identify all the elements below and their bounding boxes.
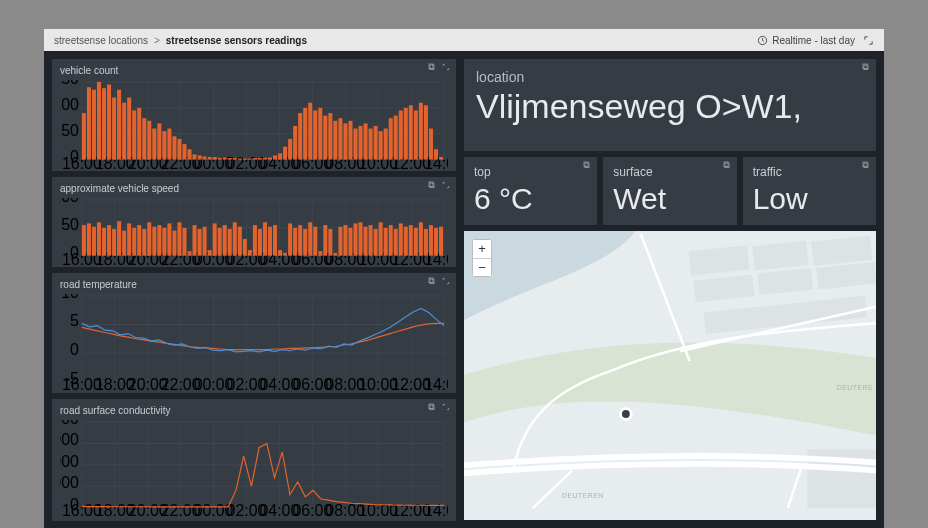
svg-rect-158 bbox=[177, 222, 181, 255]
svg-rect-189 bbox=[333, 253, 337, 256]
map-zoom-controls: + − bbox=[472, 239, 492, 277]
svg-rect-69 bbox=[253, 158, 257, 160]
map-zoom-out-button[interactable]: − bbox=[473, 258, 491, 276]
chart-vehicle-speed[interactable]: 05010016:0018:0020:0022:0000:0002:0004:0… bbox=[60, 198, 448, 266]
chart-road-temp[interactable]: -5051016:0018:0020:0022:0000:0002:0004:0… bbox=[60, 294, 448, 391]
svg-rect-171 bbox=[243, 239, 247, 256]
panel-map[interactable]: + − bbox=[464, 231, 876, 521]
svg-rect-73 bbox=[273, 155, 277, 159]
svg-rect-64 bbox=[228, 158, 232, 160]
svg-rect-149 bbox=[132, 228, 136, 256]
expand-icon[interactable] bbox=[442, 403, 450, 411]
svg-rect-188 bbox=[328, 229, 332, 256]
panel-conductivity: road surface conductivity 01000020000300… bbox=[52, 399, 456, 521]
svg-rect-90 bbox=[359, 126, 363, 160]
svg-rect-152 bbox=[147, 222, 151, 255]
panel-title: approximate vehicle speed bbox=[60, 183, 448, 194]
map-zoom-in-button[interactable]: + bbox=[473, 240, 491, 258]
app-window: streetsense locations > streetsense sens… bbox=[44, 29, 884, 528]
chart-vehicle-count[interactable]: 05010015016:0018:0020:0022:0000:0002:000… bbox=[60, 80, 448, 170]
expand-icon[interactable] bbox=[442, 181, 450, 189]
svg-rect-74 bbox=[278, 153, 282, 159]
map-label-deuteren: DEUTEREN bbox=[562, 492, 604, 499]
svg-rect-206 bbox=[419, 222, 423, 255]
svg-rect-55 bbox=[182, 144, 186, 160]
svg-rect-50 bbox=[157, 123, 161, 159]
svg-text:150: 150 bbox=[60, 80, 79, 87]
copy-icon[interactable] bbox=[723, 161, 731, 169]
copy-icon[interactable] bbox=[862, 161, 870, 169]
svg-rect-79 bbox=[303, 108, 307, 160]
copy-icon[interactable] bbox=[428, 277, 436, 285]
svg-rect-197 bbox=[374, 229, 378, 256]
svg-text:20000: 20000 bbox=[60, 453, 79, 470]
panel-surface: surface Wet bbox=[603, 157, 736, 225]
chart-conductivity[interactable]: 01000020000300004000016:0018:0020:0022:0… bbox=[60, 420, 448, 517]
svg-text:50: 50 bbox=[61, 122, 79, 139]
svg-text:0: 0 bbox=[70, 341, 79, 358]
panel-top: top 6 °C bbox=[464, 157, 597, 225]
top-bar: streetsense locations > streetsense sens… bbox=[44, 29, 884, 51]
svg-rect-210 bbox=[439, 227, 443, 256]
svg-rect-155 bbox=[162, 228, 166, 256]
svg-rect-178 bbox=[278, 250, 282, 256]
svg-rect-76 bbox=[288, 139, 292, 160]
svg-rect-87 bbox=[343, 123, 347, 159]
svg-text:30000: 30000 bbox=[60, 431, 79, 448]
svg-rect-49 bbox=[152, 129, 156, 160]
svg-text:100: 100 bbox=[60, 198, 79, 205]
svg-rect-200 bbox=[389, 225, 393, 256]
svg-rect-179 bbox=[283, 253, 287, 256]
svg-rect-86 bbox=[338, 118, 342, 159]
right-column: location Vlijmenseweg O>W1, top 6 °C sur… bbox=[464, 59, 876, 520]
svg-rect-150 bbox=[137, 225, 141, 256]
copy-icon[interactable] bbox=[428, 403, 436, 411]
copy-icon[interactable] bbox=[428, 63, 436, 71]
svg-rect-66 bbox=[238, 159, 242, 160]
panel-title: top bbox=[474, 165, 587, 179]
svg-rect-192 bbox=[348, 228, 352, 256]
svg-rect-100 bbox=[409, 105, 413, 159]
svg-rect-181 bbox=[293, 228, 297, 256]
copy-icon[interactable] bbox=[583, 161, 591, 169]
panel-title: vehicle count bbox=[60, 65, 448, 76]
svg-rect-56 bbox=[188, 149, 192, 159]
svg-rect-209 bbox=[434, 228, 438, 256]
svg-rect-139 bbox=[82, 225, 86, 256]
svg-rect-191 bbox=[343, 225, 347, 256]
svg-rect-175 bbox=[263, 222, 267, 255]
svg-rect-68 bbox=[248, 159, 252, 160]
svg-rect-44 bbox=[127, 98, 131, 160]
expand-icon[interactable] bbox=[442, 63, 450, 71]
map-canvas[interactable]: DEUTEREN DEUTERE bbox=[464, 231, 876, 521]
panel-vehicle-speed: approximate vehicle speed 05010016:0018:… bbox=[52, 177, 456, 267]
realtime-indicator[interactable]: Realtime - last day bbox=[757, 35, 855, 46]
breadcrumb-root[interactable]: streetsense locations bbox=[54, 35, 148, 46]
svg-rect-93 bbox=[374, 126, 378, 160]
svg-rect-151 bbox=[142, 229, 146, 256]
expand-icon[interactable] bbox=[863, 35, 874, 46]
svg-rect-144 bbox=[107, 225, 111, 256]
expand-icon[interactable] bbox=[442, 277, 450, 285]
svg-rect-187 bbox=[323, 225, 327, 256]
svg-rect-101 bbox=[414, 110, 418, 159]
svg-rect-80 bbox=[308, 103, 312, 160]
svg-rect-154 bbox=[157, 225, 161, 256]
svg-rect-42 bbox=[117, 90, 121, 160]
svg-rect-65 bbox=[233, 158, 237, 160]
svg-rect-35 bbox=[82, 113, 86, 160]
svg-rect-165 bbox=[213, 223, 217, 255]
svg-rect-153 bbox=[152, 227, 156, 256]
copy-icon[interactable] bbox=[428, 181, 436, 189]
svg-rect-141 bbox=[92, 227, 96, 256]
svg-rect-92 bbox=[369, 129, 373, 160]
svg-rect-91 bbox=[364, 123, 368, 159]
svg-text:14:00: 14:00 bbox=[424, 376, 448, 391]
svg-rect-161 bbox=[193, 225, 197, 256]
breadcrumb-current[interactable]: streetsense sensors readings bbox=[166, 35, 307, 46]
copy-icon[interactable] bbox=[862, 63, 870, 71]
svg-rect-184 bbox=[308, 222, 312, 255]
svg-rect-88 bbox=[348, 121, 352, 160]
svg-rect-70 bbox=[258, 158, 262, 160]
svg-rect-41 bbox=[112, 98, 116, 160]
